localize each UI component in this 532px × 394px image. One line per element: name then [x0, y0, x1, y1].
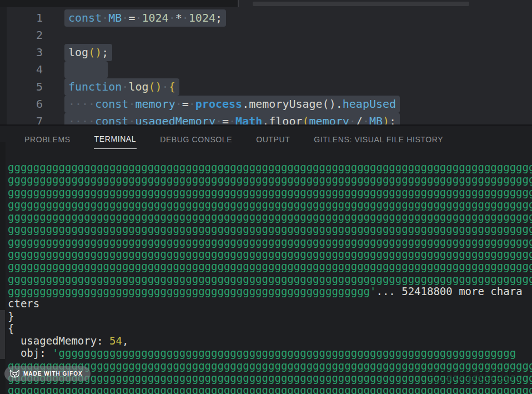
- tab-debug-console[interactable]: DEBUG CONSOLE: [159, 132, 233, 149]
- code-line-content: [64, 27, 88, 44]
- line-number: 3: [0, 44, 43, 61]
- line-number: 2: [0, 27, 43, 44]
- code-line[interactable]: 6····const·memory·=·process.memoryUsage(…: [0, 96, 532, 113]
- terminal-line: gggggggggggggggggggggggggggggggggggggggg…: [8, 198, 532, 211]
- terminal-line: gggggggggggggggggggggggggggggggggggggggg…: [8, 186, 532, 198]
- terminal-line: gggggggggggggggggggggggggggggggggggggggg…: [8, 223, 532, 235]
- terminal-line: gggggggggggggggggggggggggggggggggggggggg…: [8, 273, 532, 285]
- badge-label: MADE WITH GIFOX: [23, 371, 83, 377]
- line-number: 7: [0, 113, 43, 124]
- terminal-line: gggggggggggggggggggggggggggggggggggggggg…: [8, 211, 532, 223]
- gifox-badge: MADE WITH GIFOX: [4, 366, 91, 381]
- selection-highlight: ····const·memory·=·process.memoryUsage()…: [64, 96, 400, 113]
- tab-gitlens-visual-file-history[interactable]: GITLENS: VISUAL FILE HISTORY: [313, 132, 444, 149]
- terminal-line: gggggggggggggggggggggggggggggggggggggggg…: [8, 285, 532, 297]
- code-line-content: ····const·usagedMemory·=·Math.floor(memo…: [64, 113, 400, 124]
- editor-top-scroll-strip: [0, 0, 532, 7]
- panel-tab-bar: PROBLEMSTERMINALDEBUG CONSOLEOUTPUTGITLE…: [24, 126, 466, 154]
- line-number: 1: [0, 9, 43, 27]
- terminal-line: obj: 'gggggggggggggggggggggggggggggggggg…: [8, 347, 532, 359]
- code-line[interactable]: 5function·log()·{: [0, 78, 532, 96]
- editor-lines: 1const·MB·=·1024·*·1024;2 3log();45funct…: [0, 9, 532, 124]
- code-line[interactable]: 4: [0, 61, 532, 78]
- fox-icon: [10, 370, 19, 378]
- terminal-line: gggggggggggggggggggggggggggggggggggggggg…: [8, 173, 532, 186]
- line-number: 5: [0, 78, 43, 96]
- tab-output[interactable]: OUTPUT: [255, 132, 290, 149]
- selection-highlight: log();: [64, 44, 112, 61]
- terminal-line: cters: [8, 297, 532, 310]
- code-editor[interactable]: 1const·MB·=·1024·*·1024;2 3log();45funct…: [0, 7, 532, 124]
- terminal-line: }: [8, 310, 532, 322]
- terminal-output[interactable]: gggggggggggggggggggggggggggggggggggggggg…: [0, 157, 532, 394]
- selection-highlight: function·log()·{: [64, 78, 179, 96]
- bottom-panel: PROBLEMSTERMINALDEBUG CONSOLEOUTPUTGITLE…: [0, 126, 532, 394]
- horizontal-scrollbar-slider[interactable]: [253, 2, 469, 6]
- code-line[interactable]: 2: [0, 27, 532, 44]
- tab-terminal[interactable]: TERMINAL: [94, 131, 137, 149]
- code-line[interactable]: 1const·MB·=·1024·*·1024;: [0, 9, 532, 27]
- vscode-window: 1const·MB·=·1024·*·1024;2 3log();45funct…: [0, 0, 532, 394]
- terminal-line: gggggggggggggggggggggggggggggggggggggggg…: [8, 236, 532, 248]
- code-line-content: log();: [64, 44, 112, 61]
- code-line-content: [64, 61, 108, 78]
- watermark-text: @稀土掘金技术社区: [435, 375, 525, 387]
- code-line[interactable]: 7····const·usagedMemory·=·Math.floor(mem…: [0, 113, 532, 124]
- tab-problems[interactable]: PROBLEMS: [24, 132, 71, 149]
- code-line[interactable]: 3log();: [0, 44, 532, 61]
- selection-highlight: ····const·usagedMemory·=·Math.floor(memo…: [64, 113, 400, 124]
- terminal-line: gggggggggggggggggggggggggggggggggggggggg…: [8, 248, 532, 260]
- terminal-line: {: [8, 322, 532, 335]
- code-line-content: function·log()·{: [64, 78, 179, 96]
- selection-highlight: [64, 61, 108, 78]
- terminal-line: gggggggggggggggggggggggggggggggggggggggg…: [8, 260, 532, 272]
- line-number: 4: [0, 61, 43, 78]
- code-line-content: const·MB·=·1024·*·1024;: [64, 9, 226, 27]
- scrollbar-divider: [238, 0, 239, 7]
- terminal-line: usagedMemory: 54,: [8, 335, 532, 347]
- code-line-content: ····const·memory·=·process.memoryUsage()…: [64, 96, 400, 113]
- line-number: 6: [0, 96, 43, 113]
- selection-highlight: const·MB·=·1024·*·1024;: [64, 9, 226, 27]
- terminal-line: gggggggggggggggggggggggggggggggggggggggg…: [8, 161, 532, 173]
